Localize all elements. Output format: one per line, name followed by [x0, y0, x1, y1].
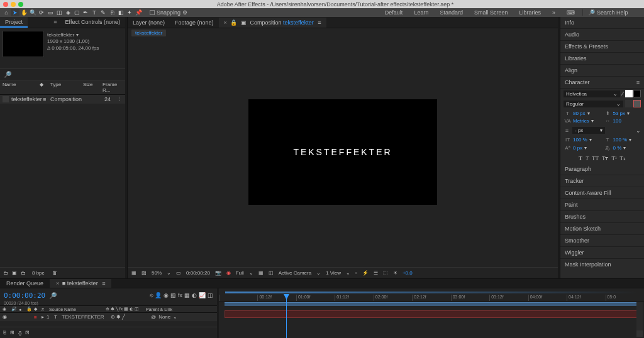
stroke-under-icon[interactable] [633, 100, 641, 107]
clone-tool-icon[interactable]: ⎘ [108, 9, 116, 16]
orbit-tool-icon[interactable]: ⟳ [37, 9, 46, 16]
timeline-zoom-icon[interactable] [636, 330, 643, 337]
snapping-toggle[interactable]: Snapping ⚙ [150, 9, 187, 16]
bpc-toggle[interactable]: 8 bpc [32, 270, 45, 276]
subscript-icon[interactable]: T₁ [620, 155, 626, 161]
timeline-layer-row[interactable]: ◉ ■ ▸ 1 T TEKSTEFFEKTER ⊕ ✱ ╱ @ None ⌄ [0, 313, 217, 321]
panel-character[interactable]: Character ≡ [560, 77, 644, 89]
collapse-icon[interactable]: ◉ [164, 292, 169, 298]
panel-smoother[interactable]: Smoother [560, 235, 644, 247]
allcaps-icon[interactable]: TT [592, 155, 599, 161]
stroke-over-icon[interactable] [625, 100, 633, 107]
tsume[interactable]: あ0 %▾ [604, 144, 641, 151]
roto-tool-icon[interactable]: ✦ [125, 9, 134, 16]
smallcaps-icon[interactable]: Tᴛ [602, 155, 609, 161]
pen-tool-icon[interactable]: ✒ [81, 9, 90, 16]
chevron-down-icon[interactable]: ⌄ [636, 128, 641, 134]
panel-paragraph[interactable]: Paragraph [560, 163, 644, 175]
workspace-libraries[interactable]: Libraries [519, 9, 541, 16]
comp-thumbnail[interactable] [3, 31, 44, 57]
graph-icon[interactable]: 📈 [199, 292, 206, 298]
tab-footage[interactable]: Footage (none) [170, 18, 219, 28]
camera-tool-icon[interactable]: ◫ [55, 9, 64, 16]
inout-icon[interactable]: {} [18, 330, 21, 335]
time-navigator[interactable] [225, 292, 638, 293]
tracking[interactable]: ↔100 [604, 118, 641, 124]
workspace-small[interactable]: Small Screen [474, 9, 508, 16]
home-icon[interactable]: ⌂ [2, 9, 11, 16]
composition-viewer[interactable]: TEKSTEFFEKTER [128, 37, 558, 267]
panel-paint[interactable]: Paint [560, 199, 644, 211]
pickwhip-icon[interactable]: @ [151, 314, 156, 320]
selection-tool-icon[interactable]: ➤ [11, 9, 19, 16]
project-item[interactable]: teksteffekter ■ Composition 24 ⋮ [0, 95, 125, 104]
effects-icon[interactable]: fx [178, 292, 182, 298]
eye-col-icon[interactable]: ◉ [3, 307, 9, 312]
resolution-select[interactable]: Full [236, 270, 244, 276]
brush-tool-icon[interactable]: ✎ [99, 9, 108, 16]
panel-content-aware[interactable]: Content-Aware Fill [560, 187, 644, 199]
close-window-icon[interactable] [3, 2, 8, 7]
parent-select[interactable]: None [158, 314, 170, 320]
eyedropper-icon[interactable]: ⁄ [622, 90, 623, 97]
solo-col-icon[interactable]: ● [19, 307, 24, 312]
transparency-icon[interactable]: ▨ [142, 270, 147, 276]
layer-label-icon[interactable]: ■ [34, 314, 39, 320]
frame-blend-icon[interactable]: ▦ [184, 292, 190, 298]
tab-render-queue[interactable]: Render Queue [0, 279, 50, 288]
tab-effect-controls[interactable]: Effect Controls (none) [60, 17, 125, 28]
layers-empty[interactable] [0, 321, 217, 327]
tab-project[interactable]: Project [0, 17, 28, 28]
interpret-icon[interactable]: 🗀 [3, 270, 8, 276]
pan-behind-tool-icon[interactable]: ◈ [64, 9, 72, 16]
chevron-down-icon[interactable]: ⌄ [173, 314, 177, 320]
quality-icon[interactable]: ▨ [170, 292, 176, 298]
item-more-icon[interactable]: ⋮ [117, 96, 123, 102]
timeline-icon[interactable]: ☰ [374, 270, 378, 276]
exposure-reset-icon[interactable]: ☀ [393, 270, 397, 276]
toggle-switches-icon[interactable]: ⎘ [3, 330, 6, 335]
font-weight-select[interactable]: Regular⌄ [564, 101, 623, 107]
project-item-list[interactable]: teksteffekter ■ Composition 24 ⋮ [0, 95, 125, 267]
dropdown-icon[interactable]: ⌄ [346, 270, 350, 276]
views-select[interactable]: 1 View [326, 270, 341, 276]
superscript-icon[interactable]: T¹ [611, 155, 616, 161]
timeline-track-area[interactable]: 00:12f01:00f01:12f02:00f02:12f03:00f03:1… [219, 288, 644, 338]
panel-tracker[interactable]: Tracker [560, 175, 644, 187]
breadcrumb-item[interactable]: teksteffekter [131, 30, 166, 36]
snapshot-icon[interactable]: 📷 [215, 270, 221, 276]
switches-col[interactable]: ⊕ ✱ ╲ fx ▦ ◐ ◫ [106, 307, 143, 312]
panel-align[interactable]: Align [560, 65, 644, 77]
panel-brushes[interactable]: Brushes [560, 211, 644, 223]
tab-composition[interactable]: × 🔒 ▣ Composition teksteffekter ≡ [219, 18, 326, 28]
camera-select[interactable]: Active Camera [279, 270, 311, 276]
panel-libraries[interactable]: Libraries [560, 53, 644, 65]
shy-icon[interactable]: 👤 [155, 292, 162, 298]
panel-menu-icon[interactable]: ≡ [102, 280, 105, 286]
comp-name[interactable]: teksteffekter ▾ [47, 32, 99, 38]
panel-menu-icon[interactable]: ≡ [636, 79, 640, 85]
zoom-dropdown-icon[interactable]: ⌄ [167, 270, 171, 276]
kerning[interactable]: VAMetrics▾ [564, 118, 601, 124]
panel-menu-icon[interactable]: ≡ [50, 17, 60, 28]
new-folder-icon[interactable]: 🗀 [21, 270, 26, 276]
comp-marker-icon[interactable]: ⎋ [150, 292, 153, 298]
new-comp-icon[interactable]: ▣ [12, 270, 17, 276]
motion-blur-icon[interactable]: ◐ [192, 292, 197, 298]
panel-mask-interp[interactable]: Mask Interpolation [560, 259, 644, 270]
shape-tool-icon[interactable]: ▢ [72, 9, 81, 16]
mask-icon[interactable]: ◫ [269, 270, 274, 276]
layer-switches[interactable]: ⊕ ✱ ╱ [111, 314, 148, 320]
time-ruler[interactable]: 00:12f01:00f01:12f02:00f02:12f03:00f03:1… [219, 288, 644, 302]
search-help[interactable]: 🔎 Search Help [582, 9, 639, 16]
zoom-tool-icon[interactable]: 🔍 [28, 9, 37, 16]
maximize-window-icon[interactable] [18, 2, 23, 7]
parent-col[interactable]: Parent & Link [146, 307, 172, 312]
workspace-more-icon[interactable]: » [552, 9, 555, 16]
playhead[interactable] [286, 294, 287, 338]
eye-toggle[interactable]: ◉ [3, 314, 9, 320]
stroke-width-row[interactable]: ≡ - px▾ ⌄ [560, 126, 644, 135]
current-timecode[interactable]: 0:00:00:20 [4, 292, 45, 300]
draft3d-icon[interactable]: ◫ [208, 292, 213, 298]
dropdown-icon[interactable]: ⌄ [249, 270, 253, 276]
